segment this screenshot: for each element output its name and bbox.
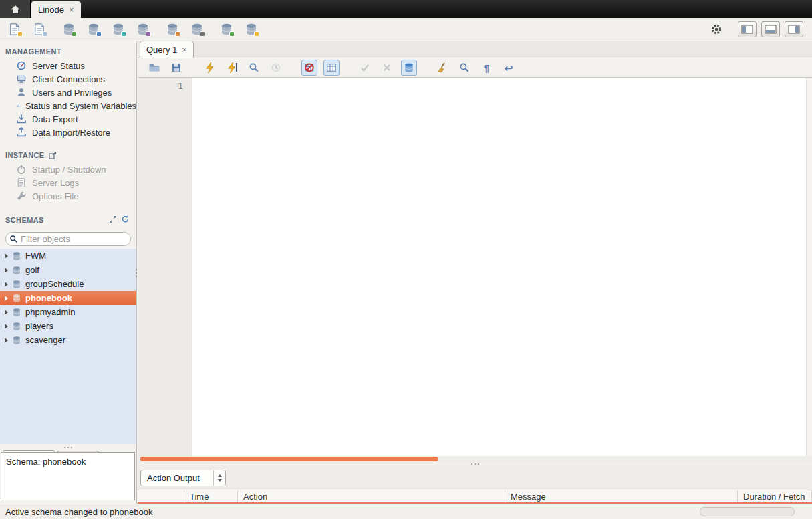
open-script-button[interactable] (146, 60, 162, 76)
statusbar-progress (700, 507, 795, 516)
toggle-output-area-icon (765, 25, 777, 34)
output-selector[interactable]: Action Output (140, 470, 226, 486)
close-icon[interactable]: × (182, 45, 187, 54)
create-view-button[interactable] (110, 21, 127, 38)
schema-item-scavenger[interactable]: scavenger (0, 333, 136, 347)
sidebar-item-label: Data Export (32, 114, 78, 124)
toggle-autocommit-button[interactable] (401, 60, 417, 76)
open-sql-script-icon (33, 23, 46, 36)
sidebar-item-label: Startup / Shutdown (32, 165, 106, 175)
rollback-button[interactable] (379, 60, 395, 76)
show-invisibles-button[interactable]: ¶ (479, 60, 495, 76)
sidebar-item-label: Options File (32, 191, 78, 201)
expander-arrow-icon[interactable] (5, 324, 8, 329)
sidebar-item-server-logs[interactable]: Server Logs (0, 176, 136, 189)
schema-item-phpmyadmin[interactable]: phpmyadmin (0, 305, 136, 319)
create-procedure-button[interactable] (134, 21, 152, 38)
sidebar-bottom-splitter[interactable] (0, 444, 136, 450)
expander-arrow-icon[interactable] (5, 338, 8, 343)
schema-filter-input[interactable] (21, 234, 128, 244)
column-header-message[interactable]: Message (505, 490, 738, 502)
table-data-import-icon (220, 23, 233, 36)
toggle-secondary-sidebar-button[interactable] (785, 21, 803, 37)
preferences-button[interactable] (708, 21, 725, 38)
toggle-stop-on-error-button[interactable] (301, 60, 317, 76)
sidebar-item-options-file[interactable]: Options File (0, 189, 136, 203)
expander-arrow-icon[interactable] (5, 296, 8, 301)
sidebar-item-system-variables[interactable]: Status and System Variables (0, 99, 136, 112)
icon-badge (175, 31, 180, 37)
column-header-action[interactable]: Action (238, 490, 505, 502)
scrollbar-thumb[interactable] (140, 457, 438, 461)
sidebar: MANAGEMENT Server Status Client Connecti… (0, 41, 137, 504)
create-schema-button[interactable] (60, 21, 78, 38)
sql-editor: 1 (138, 78, 812, 456)
sidebar-item-label: Server Status (32, 61, 85, 71)
schemas-expand-button[interactable] (109, 215, 117, 225)
table-data-import-button[interactable] (218, 21, 235, 38)
output-selector-spinner[interactable] (213, 470, 225, 486)
folder-open-icon (148, 62, 160, 74)
column-header-time[interactable]: Time (184, 490, 238, 502)
sidebar-item-users-privileges[interactable]: Users and Privileges (0, 86, 136, 99)
search-table-data-button[interactable] (188, 21, 206, 38)
icon-badge (254, 31, 259, 37)
pilcrow-icon: ¶ (484, 63, 489, 73)
save-script-button[interactable] (168, 60, 184, 76)
create-table-button[interactable] (85, 21, 102, 38)
create-function-button[interactable] (164, 21, 181, 38)
output-selector-value: Action Output (147, 473, 200, 483)
open-sql-script-button[interactable] (31, 21, 48, 38)
limit-rows-button[interactable] (323, 60, 340, 76)
output-panel: Action Output Time Action Message Durati… (138, 465, 812, 504)
commit-button[interactable] (357, 60, 373, 76)
column-label: Action (243, 492, 267, 502)
sql-editor-text-area[interactable] (192, 78, 806, 456)
sidebar-item-data-import[interactable]: Data Import/Restore (0, 126, 136, 139)
sidebar-item-client-connections[interactable]: Client Connections (0, 72, 136, 86)
expander-arrow-icon[interactable] (5, 253, 8, 259)
new-sql-tab-button[interactable] (6, 21, 23, 38)
toggle-output-area-button[interactable] (761, 21, 780, 37)
sidebar-item-server-status[interactable]: Server Status (0, 59, 136, 72)
editor-horizontal-scrollbar[interactable] (138, 456, 812, 462)
wrap-text-button[interactable]: ↩ (501, 60, 517, 76)
explain-button[interactable] (246, 60, 262, 76)
create-table-icon (87, 23, 100, 36)
connection-tab[interactable]: Linode × (31, 1, 81, 18)
toggle-sidebar-button[interactable] (738, 21, 757, 37)
column-label: Message (511, 492, 546, 502)
expander-arrow-icon[interactable] (5, 310, 8, 315)
schemas-refresh-button[interactable] (121, 215, 130, 225)
schemas-section-title: SCHEMAS (5, 216, 44, 224)
schema-item-phonebook[interactable]: phonebook (0, 291, 136, 305)
close-icon[interactable]: × (69, 5, 74, 14)
schema-name: scavenger (25, 335, 65, 345)
column-header-duration[interactable]: Duration / Fetch (738, 490, 812, 502)
editor-vertical-scrollbar[interactable] (806, 78, 812, 456)
cursor-bar (236, 63, 237, 72)
expander-arrow-icon[interactable] (5, 282, 8, 287)
schema-item-golf[interactable]: golf (0, 263, 136, 277)
execute-current-statement-button[interactable] (224, 60, 240, 76)
stop-button[interactable] (268, 60, 284, 76)
home-tab[interactable] (0, 0, 31, 18)
connection-tab-label: Linode (38, 5, 64, 15)
execute-button[interactable] (202, 60, 218, 76)
clear-query-button[interactable] (434, 60, 450, 76)
sidebar-item-data-export[interactable]: Data Export (0, 112, 136, 126)
expander-arrow-icon[interactable] (5, 268, 8, 273)
schema-icon (12, 266, 21, 275)
icon-badge (229, 31, 235, 37)
sidebar-item-startup-shutdown[interactable]: Startup / Shutdown (0, 163, 136, 176)
column-header-status[interactable] (138, 490, 184, 502)
reconnect-dbms-button[interactable] (243, 21, 260, 38)
find-button[interactable] (456, 60, 472, 76)
schema-item-players[interactable]: players (0, 319, 136, 333)
schema-item-FWM[interactable]: FWM (0, 249, 136, 263)
tab-query-1[interactable]: Query 1 × (140, 41, 194, 58)
instance-section-title: INSTANCE (5, 151, 45, 159)
explain-magnifier-icon (249, 62, 259, 73)
schemas-section-header: SCHEMAS (0, 209, 136, 229)
schema-item-groupSchedule[interactable]: groupSchedule (0, 277, 136, 291)
